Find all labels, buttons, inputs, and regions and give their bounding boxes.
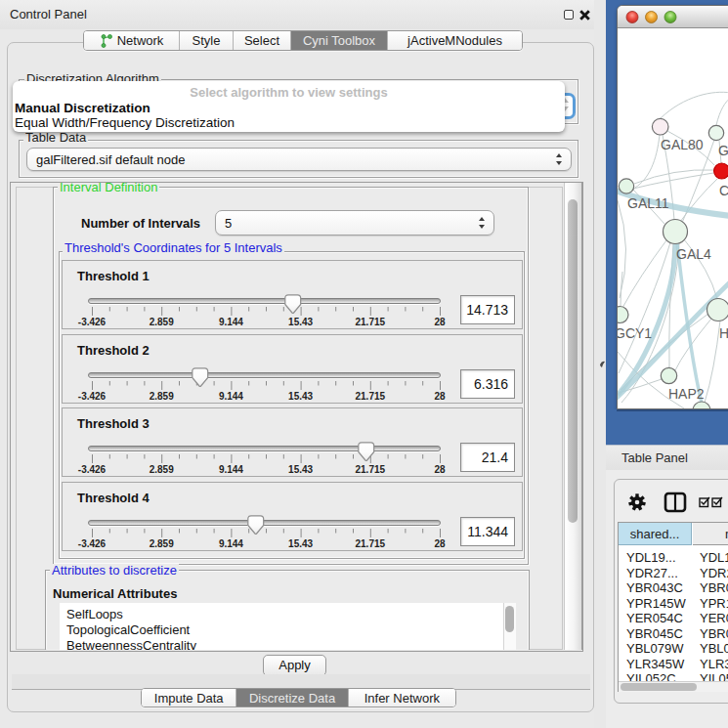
svg-text:GCY1: GCY1 (618, 325, 652, 341)
svg-text:GAL11: GAL11 (627, 195, 669, 211)
svg-text:C: C (719, 183, 728, 198)
svg-text:GA: GA (718, 143, 728, 158)
svg-text:HAP2: HAP2 (668, 386, 705, 402)
svg-text:GAL80: GAL80 (661, 137, 704, 152)
svg-text:GAL4: GAL4 (676, 246, 711, 262)
svg-text:H: H (719, 325, 728, 341)
